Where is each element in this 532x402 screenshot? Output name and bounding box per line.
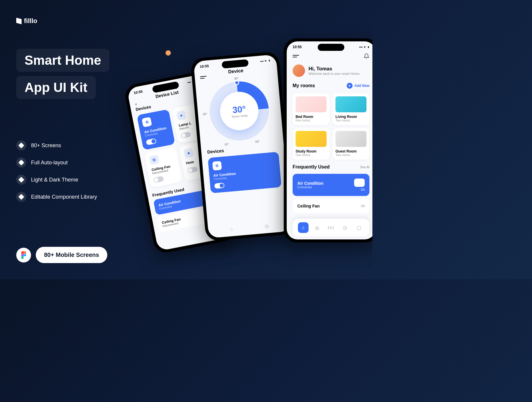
ac-icon: ❄ <box>212 161 222 171</box>
see-all-link[interactable]: See Al <box>360 165 369 169</box>
greeting: Hi, Tomas <box>309 66 360 72</box>
freq-name: Air Condition <box>297 181 324 186</box>
add-new-button[interactable]: +Add New <box>347 83 369 89</box>
feature-item: Editable Component Library <box>16 192 97 202</box>
toggle[interactable] <box>153 176 164 183</box>
temp-value: 30° <box>232 104 246 115</box>
figma-icon <box>21 251 26 259</box>
brand-logo: filllo <box>16 17 37 25</box>
feature-item: 80+ Screens <box>16 140 97 150</box>
device-icon: ● <box>184 148 194 158</box>
rooms-grid: Bed RoomFive rooms Living RoomTwo rooms … <box>287 90 372 163</box>
room-image <box>296 96 327 112</box>
room-card[interactable]: Living RoomTwo rooms <box>332 93 369 125</box>
feature-label: Light & Dark Theme <box>31 177 78 183</box>
dial-tick: 00° <box>255 140 260 143</box>
nav-more[interactable]: ▢ <box>353 222 364 233</box>
notch <box>318 44 344 51</box>
dial-tick: 10° <box>224 142 229 146</box>
room-image <box>296 131 327 147</box>
diamond-icon <box>16 175 26 185</box>
section-row: Frequently Used See Al <box>287 163 372 171</box>
logo-mark <box>16 18 22 24</box>
room-card[interactable]: Guest RoomTwo rooms <box>332 128 369 160</box>
add-new-label: Add New <box>354 84 369 88</box>
nav-home[interactable]: ⌂ <box>298 222 309 233</box>
section-row: My rooms +Add New <box>287 81 372 90</box>
fan-icon: ✻ <box>149 155 159 165</box>
notification-icon[interactable] <box>364 53 369 59</box>
freq-list: Air ConditionConnected On Ceiling Fan Of… <box>287 171 372 218</box>
status-icons: ••• ᯤ ▮ <box>260 59 271 64</box>
cta-pill: 80+ Mobile Screens <box>36 247 107 263</box>
device-card[interactable]: ✻Ceiling FanDisconnected <box>144 147 183 188</box>
ac-icon: ❄ <box>142 117 152 127</box>
freq-item[interactable]: Ceiling Fan Off <box>293 199 369 213</box>
room-image <box>335 131 366 147</box>
headline-line1: Smart Home <box>16 49 109 72</box>
feature-item: Light & Dark Theme <box>16 175 97 185</box>
device-card[interactable]: ❄Air ConditionConnected <box>208 152 282 193</box>
plus-icon: + <box>347 83 353 89</box>
freq-state: Off <box>361 205 365 208</box>
nav-cast[interactable]: ◎ <box>312 222 322 233</box>
diamond-icon <box>16 192 26 202</box>
brand-name: filllo <box>24 17 37 25</box>
room-sub: Two rooms <box>335 153 366 157</box>
feature-list: 80+ Screens Full Auto-layout Light & Dar… <box>16 140 97 202</box>
accent-dot <box>166 50 171 56</box>
freq-name: Ceiling Fan <box>297 204 319 208</box>
phone-home: 10:55••• ᯤ ▮ Hi, TomasWelcome back to yo… <box>284 38 372 242</box>
nav-timer[interactable]: ◷ <box>340 222 350 233</box>
diamond-icon <box>16 140 26 150</box>
avatar[interactable] <box>293 64 305 77</box>
freq-status: Connected <box>297 186 324 189</box>
room-image <box>335 96 366 112</box>
status-icons: ••• ᯤ ▮ <box>359 45 369 49</box>
room-card[interactable]: Bed RoomFive rooms <box>293 93 330 125</box>
room-name: Living Room <box>335 115 366 119</box>
figma-badge <box>16 248 31 262</box>
room-sub: One rooms <box>296 153 327 157</box>
menu-button[interactable] <box>293 54 299 59</box>
toggle[interactable] <box>214 183 225 189</box>
room-name: Bed Room <box>296 115 327 119</box>
section-title: Frequently Used <box>293 164 330 170</box>
toggle[interactable] <box>180 132 191 139</box>
freq-state: On <box>354 188 365 191</box>
temperature-dial[interactable]: 30° 20° 10° 00° 30°Room Temp <box>207 79 271 143</box>
section-title: My rooms <box>293 83 315 88</box>
greeting-row: Hi, TomasWelcome back to your smart Home… <box>287 62 372 81</box>
status-time: 10:55 <box>293 45 302 49</box>
feature-label: Editable Component Library <box>31 194 97 200</box>
device-card[interactable]: ❄Air ConditionConnected <box>137 109 175 150</box>
lamp-icon: ✦ <box>176 110 186 121</box>
freq-toggle[interactable] <box>354 179 365 187</box>
headline-line2: App UI Kit <box>16 76 96 99</box>
freq-item[interactable]: Air ConditionConnected On <box>293 174 369 196</box>
nav-home-icon[interactable]: ⌂ <box>230 226 233 232</box>
toggle[interactable] <box>146 138 157 145</box>
cta-row: 80+ Mobile Screens <box>16 247 107 263</box>
status-time: 10:55 <box>200 64 209 69</box>
headline: Smart Home App UI Kit <box>16 49 109 103</box>
room-sub: Five rooms <box>296 119 327 122</box>
phone-device-detail: 10:55••• ᯤ ▮ Device 30° 20° 10° 00° 30°R… <box>190 51 295 241</box>
status-time: 10:55 <box>133 89 143 95</box>
diamond-icon <box>16 158 26 168</box>
nav-bar: ⌂ ◎ ⫾⫾⫾ ◷ ▢ <box>293 219 369 236</box>
toggle[interactable] <box>187 166 198 173</box>
room-name: Study Room <box>296 149 327 153</box>
header <box>287 50 372 62</box>
feature-label: 80+ Screens <box>31 142 61 149</box>
dial-tick: 30° <box>234 77 239 80</box>
menu-button[interactable] <box>200 75 207 80</box>
room-name: Guest Room <box>335 149 366 153</box>
nav-stats[interactable]: ⫾⫾⫾ <box>326 222 336 233</box>
feature-item: Full Auto-layout <box>16 158 97 168</box>
nav-bar: ⌂◎ <box>214 222 285 234</box>
room-card[interactable]: Study RoomOne rooms <box>293 128 330 160</box>
nav-icon[interactable]: ◎ <box>265 223 269 229</box>
room-sub: Two rooms <box>335 119 366 122</box>
dial-tick: 20° <box>203 112 207 116</box>
